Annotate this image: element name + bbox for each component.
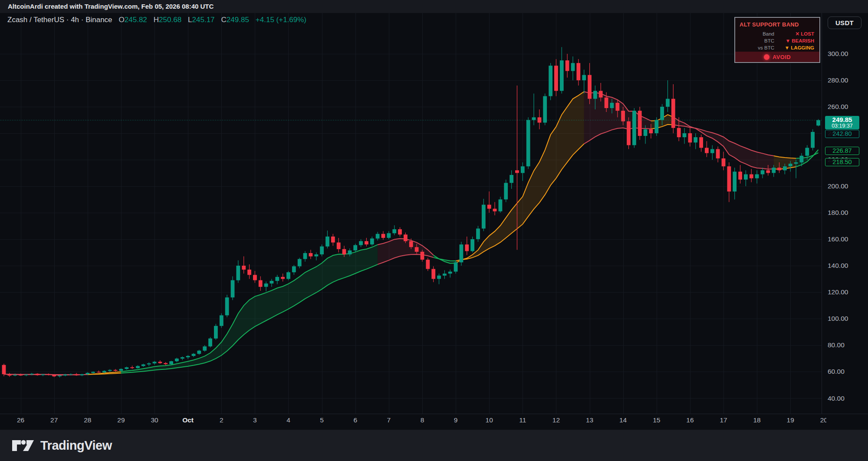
candle-up	[816, 120, 820, 125]
candle-up	[85, 373, 89, 374]
candle-down	[515, 170, 519, 173]
candle-down	[605, 98, 608, 108]
svg-text:10: 10	[486, 416, 493, 424]
svg-text:40.00: 40.00	[828, 395, 845, 402]
candle-up	[632, 111, 636, 145]
candle-up	[504, 183, 508, 199]
svg-text:20: 20	[820, 416, 828, 424]
candle-up	[69, 374, 73, 375]
candle-down	[409, 241, 413, 247]
candle-up	[694, 137, 697, 142]
candle-up	[192, 354, 196, 356]
candle-up	[225, 297, 229, 315]
candle-down	[19, 375, 23, 375]
candle-up	[476, 229, 480, 239]
svg-text:160.00: 160.00	[828, 235, 848, 243]
row-value: ✕ LOST	[774, 31, 819, 37]
svg-text:200.00: 200.00	[828, 182, 848, 190]
candle-down	[599, 91, 603, 97]
attribution-bar: AltcoinArdi created with TradingView.com…	[0, 0, 868, 13]
candles-layer	[2, 47, 820, 378]
row-value: ▼ LAGGING	[774, 45, 819, 50]
candle-up	[236, 266, 240, 280]
candle-up	[733, 171, 736, 191]
candle-up	[125, 367, 128, 369]
chart-canvas[interactable]: 40.0060.0080.00100.00120.00140.00160.001…	[0, 0, 868, 461]
candle-up	[80, 374, 84, 375]
candle-down	[426, 260, 430, 269]
symbol-bar: Zcash / TetherUS · 4h · Binance O245.82 …	[7, 16, 306, 24]
svg-text:11: 11	[519, 416, 526, 424]
candle-up	[761, 170, 765, 174]
candle-down	[576, 63, 580, 80]
status-text: AVOID	[773, 54, 791, 60]
candle-up	[314, 254, 318, 257]
candle-up	[783, 166, 787, 170]
svg-text:2: 2	[220, 416, 224, 424]
candle-up	[353, 245, 357, 250]
candle-up	[482, 205, 486, 229]
candle-up	[666, 99, 670, 107]
candle-down	[671, 99, 675, 128]
svg-text:13: 13	[586, 416, 593, 424]
candle-up	[794, 162, 798, 164]
candle-up	[141, 365, 145, 366]
candle-up	[392, 229, 396, 233]
support-band	[4, 92, 819, 375]
candle-up	[181, 357, 184, 359]
candle-up	[543, 96, 547, 123]
price-axis[interactable]: 40.0060.0080.00100.00120.00140.00160.001…	[828, 50, 848, 402]
svg-text:14: 14	[619, 416, 627, 424]
candle-up	[499, 199, 503, 211]
candle-up	[119, 369, 123, 371]
candle-down	[75, 374, 79, 375]
candle-up	[470, 239, 474, 251]
indicator-row-btc: BTC ▼ BEARISH	[735, 37, 819, 44]
attribution-text: AltcoinArdi created with TradingView.com…	[8, 3, 214, 10]
candle-up	[41, 374, 45, 375]
indicator-row-band: Band ✕ LOST	[735, 30, 819, 37]
row-value: ▼ BEARISH	[774, 38, 819, 43]
candle-up	[348, 250, 352, 254]
currency-button[interactable]: USDT	[828, 16, 861, 29]
candle-down	[722, 158, 726, 166]
svg-text:80.00: 80.00	[828, 341, 845, 349]
time-axis[interactable]: 2627282930Oct234567891011121314151617181…	[17, 416, 828, 424]
footer-brand[interactable]: TradingView	[40, 438, 112, 453]
low-value: L245.17	[188, 16, 214, 24]
footer-bar: TradingView	[0, 430, 868, 461]
tradingview-logo-icon[interactable]	[11, 437, 35, 454]
svg-text:8: 8	[421, 416, 424, 424]
candle-up	[376, 234, 380, 239]
symbol-title[interactable]: Zcash / TetherUS · 4h · Binance	[7, 16, 112, 24]
candle-up	[460, 244, 464, 262]
svg-text:12: 12	[552, 416, 560, 424]
candle-up	[387, 233, 391, 238]
candle-up	[175, 359, 179, 361]
candle-down	[738, 171, 742, 179]
candle-up	[448, 272, 452, 274]
candle-up	[593, 91, 597, 99]
candle-down	[130, 367, 134, 368]
candle-up	[108, 370, 112, 371]
candle-up	[275, 277, 279, 281]
candle-up	[437, 276, 441, 279]
candle-up	[454, 262, 458, 271]
candle-up	[370, 238, 374, 244]
candle-down	[649, 129, 653, 133]
bar-countdown: 03:19:37	[825, 123, 859, 129]
candle-up	[560, 60, 564, 91]
candle-up	[811, 132, 815, 148]
candle-up	[186, 356, 190, 357]
candle-down	[766, 170, 770, 173]
row-label: BTC	[735, 38, 774, 43]
row-label: Band	[735, 31, 774, 36]
candle-up	[359, 241, 363, 245]
candle-up	[30, 374, 34, 375]
candle-up	[789, 164, 792, 166]
svg-text:3: 3	[253, 416, 257, 424]
svg-text:19: 19	[787, 416, 794, 424]
svg-text:120.00: 120.00	[828, 288, 848, 296]
candle-down	[688, 133, 692, 142]
candle-up	[147, 363, 151, 364]
